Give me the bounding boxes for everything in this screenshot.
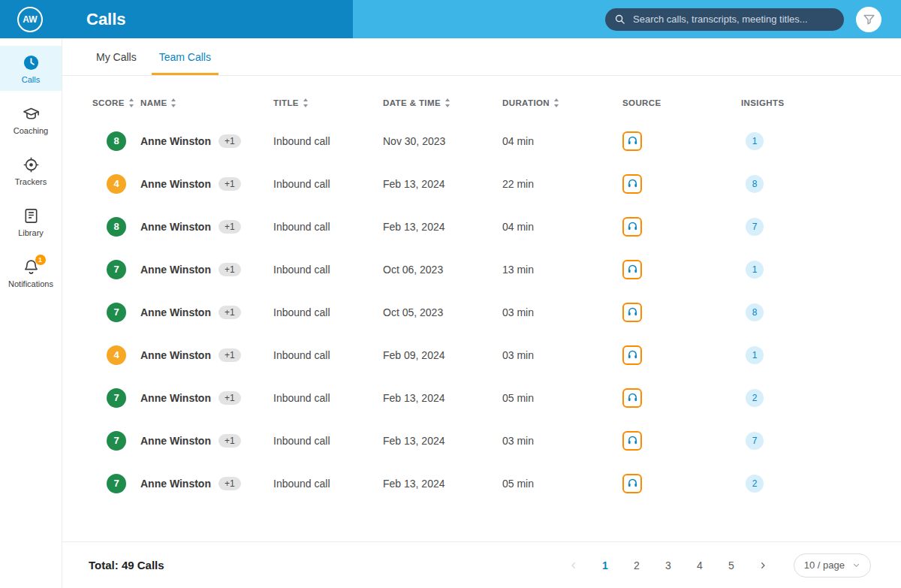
call-duration: 13 min xyxy=(502,264,622,276)
calls-table: SCORENAMETITLEDATE & TIMEDURATIONSOURCEI… xyxy=(62,76,901,541)
call-duration: 04 min xyxy=(502,135,622,147)
table-row[interactable]: 8Anne Winston+1Inbound callFeb 13, 20240… xyxy=(92,205,886,248)
caller-name: Anne Winston xyxy=(140,349,211,361)
page-button-3[interactable]: 3 xyxy=(657,554,680,577)
score-badge: 8 xyxy=(107,131,126,151)
page-button-2[interactable]: 2 xyxy=(625,554,648,577)
prev-page-button[interactable] xyxy=(562,554,585,577)
chevron-down-icon xyxy=(852,561,860,569)
page-button-1[interactable]: 1 xyxy=(594,554,616,577)
table-body: 8Anne Winston+1Inbound callNov 30, 20230… xyxy=(92,119,886,505)
call-datetime: Oct 05, 2023 xyxy=(383,306,502,318)
sidebar-item-library[interactable]: Library xyxy=(0,199,62,244)
participants-chip[interactable]: +1 xyxy=(218,177,241,191)
column-header-date-time[interactable]: DATE & TIME xyxy=(383,98,502,107)
caller-name: Anne Winston xyxy=(140,178,211,190)
tab-my-calls[interactable]: My Calls xyxy=(89,38,144,75)
table-row[interactable]: 7Anne Winston+1Inbound callFeb 13, 20240… xyxy=(92,419,886,462)
headset-icon xyxy=(622,474,642,493)
insights-count-badge[interactable]: 8 xyxy=(746,303,764,321)
insights-count-badge[interactable]: 1 xyxy=(746,132,764,150)
sidebar-item-label: Trackers xyxy=(15,177,47,186)
score-badge: 7 xyxy=(107,474,126,493)
table-row[interactable]: 8Anne Winston+1Inbound callNov 30, 20230… xyxy=(92,119,886,162)
table-header-row: SCORENAMETITLEDATE & TIMEDURATIONSOURCEI… xyxy=(92,86,886,119)
call-datetime: Feb 09, 2024 xyxy=(383,349,502,361)
call-title: Inbound call xyxy=(273,221,383,233)
app-window: AW Calls CallsCoachingTrackersLibrary1No… xyxy=(0,0,901,588)
sidebar-item-coaching[interactable]: Coaching xyxy=(0,97,62,142)
sort-icon[interactable] xyxy=(444,98,450,107)
participants-chip[interactable]: +1 xyxy=(218,391,241,405)
bell-icon: 1 xyxy=(23,258,40,276)
column-header-name[interactable]: NAME xyxy=(140,98,273,107)
participants-chip[interactable]: +1 xyxy=(218,263,241,276)
insights-count-badge[interactable]: 7 xyxy=(746,432,764,450)
participants-chip[interactable]: +1 xyxy=(218,434,241,448)
content-shell: CallsCoachingTrackersLibrary1Notificatio… xyxy=(0,38,901,588)
tab-team-calls[interactable]: Team Calls xyxy=(152,38,218,75)
page-button-5[interactable]: 5 xyxy=(720,554,743,577)
insights-count-badge[interactable]: 7 xyxy=(746,218,764,236)
sidebar-item-trackers[interactable]: Trackers xyxy=(0,148,62,193)
call-title: Inbound call xyxy=(273,392,383,404)
table-row[interactable]: 4Anne Winston+1Inbound callFeb 13, 20242… xyxy=(92,162,886,205)
sidebar-item-label: Coaching xyxy=(14,126,48,135)
call-duration: 03 min xyxy=(502,306,622,318)
avatar[interactable]: AW xyxy=(17,7,43,32)
participants-chip[interactable]: +1 xyxy=(218,477,241,490)
filter-button[interactable] xyxy=(856,7,881,32)
sidebar-item-label: Calls xyxy=(22,75,40,84)
headset-icon xyxy=(622,388,642,408)
caller-name: Anne Winston xyxy=(140,478,211,490)
insights-count-badge[interactable]: 2 xyxy=(746,475,764,493)
score-badge: 8 xyxy=(107,217,126,237)
insights-count-badge[interactable]: 1 xyxy=(746,346,764,364)
column-header-title[interactable]: TITLE xyxy=(273,98,383,107)
call-duration: 04 min xyxy=(502,221,622,233)
call-title: Inbound call xyxy=(273,435,383,447)
table-row[interactable]: 7Anne Winston+1Inbound callFeb 13, 20240… xyxy=(92,462,886,505)
sort-icon[interactable] xyxy=(553,98,559,107)
participants-chip[interactable]: +1 xyxy=(218,348,241,362)
insights-count-badge[interactable]: 2 xyxy=(746,389,764,407)
graduation-cap-icon xyxy=(23,105,40,122)
call-datetime: Feb 13, 2024 xyxy=(383,178,502,190)
insights-count-badge[interactable]: 8 xyxy=(746,175,764,193)
search-bar[interactable] xyxy=(605,8,844,31)
column-header-score[interactable]: SCORE xyxy=(92,98,140,107)
sidebar-item-calls[interactable]: Calls xyxy=(0,46,62,91)
sort-icon[interactable] xyxy=(128,98,134,107)
insights-count-badge[interactable]: 1 xyxy=(746,261,764,279)
table-row[interactable]: 7Anne Winston+1Inbound callOct 06, 20231… xyxy=(92,248,886,291)
call-datetime: Feb 13, 2024 xyxy=(383,478,502,490)
call-title: Inbound call xyxy=(273,349,383,361)
page-size-select[interactable]: 10 / page xyxy=(794,553,871,577)
sort-icon[interactable] xyxy=(170,98,176,107)
participants-chip[interactable]: +1 xyxy=(218,306,241,319)
call-datetime: Feb 13, 2024 xyxy=(383,435,502,447)
participants-chip[interactable]: +1 xyxy=(218,134,241,148)
call-title: Inbound call xyxy=(273,306,383,318)
call-title: Inbound call xyxy=(273,264,383,276)
score-badge: 7 xyxy=(107,388,126,408)
call-duration: 03 min xyxy=(502,349,622,361)
table-row[interactable]: 7Anne Winston+1Inbound callFeb 13, 20240… xyxy=(92,376,886,419)
sidebar-item-notifications[interactable]: 1Notifications xyxy=(0,250,62,295)
headset-icon xyxy=(622,303,642,322)
next-page-button[interactable] xyxy=(752,554,774,577)
table-row[interactable]: 7Anne Winston+1Inbound callOct 05, 20230… xyxy=(92,291,886,333)
sort-icon[interactable] xyxy=(303,98,309,107)
column-header-duration[interactable]: DURATION xyxy=(502,98,622,107)
score-badge: 4 xyxy=(107,345,126,365)
main-content: My CallsTeam Calls SCORENAMETITLEDATE & … xyxy=(62,38,901,588)
clock-icon xyxy=(23,54,40,71)
call-duration: 05 min xyxy=(502,392,622,404)
participants-chip[interactable]: +1 xyxy=(218,220,241,234)
page-button-4[interactable]: 4 xyxy=(689,554,711,577)
table-row[interactable]: 4Anne Winston+1Inbound callFeb 09, 20240… xyxy=(92,333,886,376)
call-title: Inbound call xyxy=(273,135,383,147)
total-count: Total: 49 Calls xyxy=(89,559,164,571)
search-input[interactable] xyxy=(631,13,835,26)
headset-icon xyxy=(622,431,642,451)
